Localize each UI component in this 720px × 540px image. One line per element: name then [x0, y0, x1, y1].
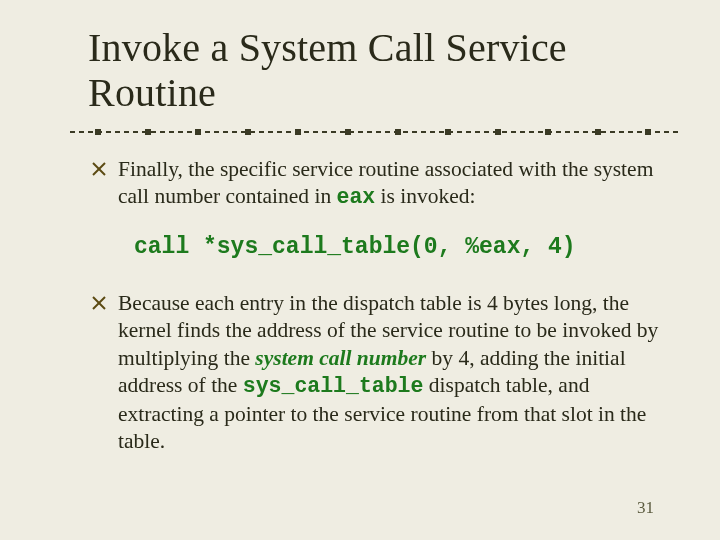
bullet-list: Finally, the specific service routine as… — [92, 156, 662, 456]
svg-rect-7 — [395, 129, 401, 135]
svg-rect-9 — [495, 129, 501, 135]
svg-rect-3 — [195, 129, 201, 135]
slide: Invoke a System Call Service Routine — [0, 0, 720, 540]
b2-code: sys_call_table — [243, 374, 424, 398]
b1-post: is invoked: — [375, 184, 475, 208]
slide-title: Invoke a System Call Service Routine — [88, 26, 670, 116]
svg-rect-11 — [595, 129, 601, 135]
stitch-line-icon — [70, 126, 680, 138]
svg-rect-8 — [445, 129, 451, 135]
title-line-2: Routine — [88, 70, 216, 115]
code-block: call *sys_call_table(0, %eax, 4) — [134, 234, 662, 260]
svg-rect-12 — [645, 129, 651, 135]
bullet-1-text: Finally, the specific service routine as… — [118, 156, 662, 212]
svg-rect-1 — [95, 129, 101, 135]
b2-em: system call number — [255, 346, 426, 370]
svg-rect-10 — [545, 129, 551, 135]
list-item: Because each entry in the dispatch table… — [92, 290, 662, 456]
bullet-cross-icon — [92, 296, 106, 314]
bullet-cross-icon — [92, 162, 106, 180]
list-item: Finally, the specific service routine as… — [92, 156, 662, 212]
svg-rect-6 — [345, 129, 351, 135]
bullet-2-text: Because each entry in the dispatch table… — [118, 290, 662, 456]
divider-stitched — [70, 126, 670, 138]
title-line-1: Invoke a System Call Service — [88, 25, 567, 70]
b1-code: eax — [337, 185, 376, 209]
svg-rect-5 — [295, 129, 301, 135]
page-number: 31 — [637, 498, 654, 518]
svg-rect-2 — [145, 129, 151, 135]
svg-rect-4 — [245, 129, 251, 135]
